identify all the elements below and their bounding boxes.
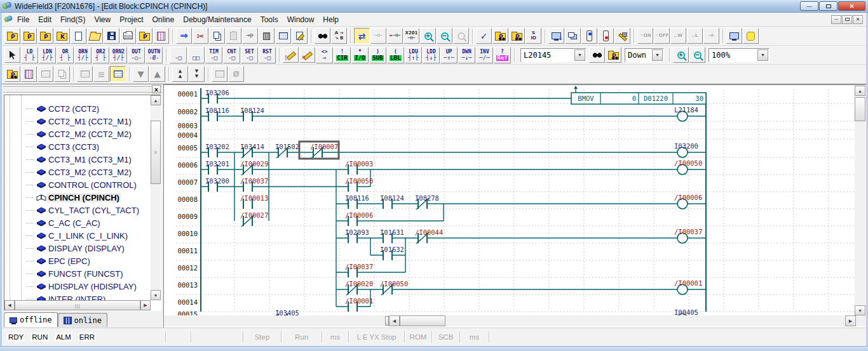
- rung-number[interactable]: 00008: [177, 195, 198, 203]
- tree-item-c_ac[interactable]: C_AC (C_AC): [26, 217, 102, 229]
- coil-label[interactable]: L21184: [674, 106, 698, 114]
- project-k-button[interactable]: K: [54, 28, 70, 44]
- maximize-button[interactable]: [819, 1, 837, 11]
- tree-item-cct2_m2[interactable]: CCT2_M2 (CCT2_M2): [26, 128, 133, 140]
- contact-label[interactable]: /I00050: [380, 280, 408, 288]
- cnt-button[interactable]: CNT-□: [223, 47, 240, 63]
- io-inst-button[interactable]: *I/O: [351, 47, 369, 63]
- set-button[interactable]: SET-□: [241, 47, 258, 63]
- close-project-button[interactable]: P: [37, 28, 53, 44]
- jump-to-button[interactable]: ⇒: [176, 28, 192, 44]
- chevron-down-icon[interactable]: ▼: [757, 50, 768, 61]
- x201-monitor-button[interactable]: X201 ⊣⊢: [403, 28, 419, 44]
- view-table-button[interactable]: [110, 66, 126, 82]
- contact-label[interactable]: /I00006: [345, 211, 373, 219]
- contact-label[interactable]: /I00007: [310, 143, 338, 150]
- device-module-button[interactable]: [153, 28, 169, 44]
- tree-horizontal-scrollbar[interactable]: ◀ ||| ▶: [4, 300, 151, 310]
- zoom-out-button[interactable]: −: [437, 28, 452, 44]
- contact-label[interactable]: /I00029: [240, 160, 268, 168]
- outn-button[interactable]: OUTN-Ø-: [146, 47, 163, 63]
- or-button[interactable]: OR┤ ├: [57, 47, 74, 63]
- close-button[interactable]: ✕: [838, 1, 865, 11]
- compare-program-button[interactable]: [565, 28, 581, 44]
- editor-hscroll-thumb[interactable]: [400, 315, 445, 326]
- replace-in-project-button[interactable]: P●●: [509, 28, 525, 44]
- tree-item-inter[interactable]: INTER (INTER): [26, 293, 107, 300]
- tree-vscroll-thumb[interactable]: ≡: [151, 121, 161, 184]
- menu-item-project[interactable]: Project: [115, 13, 147, 26]
- contact-label[interactable]: I03201: [205, 160, 229, 168]
- editor-vertical-scrollbar[interactable]: ▲ ▼: [855, 86, 865, 315]
- print-button[interactable]: [120, 28, 136, 44]
- tree-item-hdisplay[interactable]: HDISPLAY (HDISPLAY): [26, 281, 138, 293]
- tree-item-cyl_tact[interactable]: CYL_TACT (CYL_TACT): [26, 204, 140, 216]
- scroll-up-icon[interactable]: ▲: [151, 95, 161, 105]
- contact-label[interactable]: I03414: [240, 143, 264, 150]
- move-down-button[interactable]: ▼: [133, 66, 149, 82]
- coil-label[interactable]: /I00001: [674, 279, 702, 287]
- menu-item-help[interactable]: Help: [318, 13, 343, 26]
- rung-number[interactable]: 00001: [177, 90, 198, 98]
- contact-label[interactable]: /I00003: [345, 160, 373, 168]
- tree-vertical-scrollbar[interactable]: ▲ ≡ ▼: [151, 95, 161, 300]
- rung-number[interactable]: 00005: [177, 144, 198, 152]
- scroll-left-icon[interactable]: ◀: [389, 315, 400, 326]
- mdi-close-button[interactable]: ✕: [853, 15, 863, 24]
- combo-direction[interactable]: Down▼: [625, 48, 664, 62]
- move-bottom-button[interactable]: ▼ ▼: [189, 66, 205, 82]
- contact-label[interactable]: I02093: [345, 228, 369, 236]
- block-tree[interactable]: CCT2 (CCT2)CCT2_M1 (CCT2_M1)CCT2_M2 (CCT…: [4, 95, 151, 300]
- copy-button[interactable]: [209, 28, 225, 44]
- tree-item-cct2[interactable]: CCT2 (CCT2): [26, 103, 100, 115]
- rung-number[interactable]: 00004: [177, 131, 198, 139]
- find-in-project-button[interactable]: P●●: [492, 28, 508, 44]
- tim-button[interactable]: TIM-□: [205, 47, 222, 63]
- tab-online[interactable]: online: [58, 313, 107, 327]
- contact-label[interactable]: I08278: [415, 194, 439, 202]
- tree-item-cct3_m1[interactable]: CCT3_M1 (CCT3_M1): [26, 154, 133, 166]
- contact-label[interactable]: I08116: [205, 107, 229, 114]
- find-device-button[interactable]: [589, 47, 605, 63]
- zoom-out-2-button[interactable]: −: [689, 47, 705, 63]
- force-on-button[interactable]: ☞ON: [637, 28, 653, 44]
- open-project-button[interactable]: P: [21, 28, 37, 44]
- rung-number[interactable]: 00015: [177, 310, 198, 315]
- circuit-properties-button[interactable]: [292, 28, 308, 44]
- sidebar-grip[interactable]: [3, 86, 162, 93]
- tree-item-cpinch[interactable]: CPINCH (CPINCH): [26, 192, 121, 204]
- wire-pen-button[interactable]: ¦: [283, 47, 299, 63]
- view-circuit-button[interactable]: [77, 66, 93, 82]
- scroll-down-icon[interactable]: ▼: [151, 290, 161, 300]
- pointer-mode-button[interactable]: ⇄: [354, 28, 370, 44]
- contact-label[interactable]: I08124: [240, 107, 264, 114]
- bmov-operand[interactable]: D01220: [644, 95, 668, 102]
- contact-label[interactable]: /I00037: [240, 177, 268, 185]
- insert-cell-button[interactable]: →|⊦: [242, 28, 258, 44]
- replace-button[interactable]: A → ↘ B: [331, 28, 347, 44]
- compare-inst-button[interactable]: <>→: [316, 47, 333, 63]
- scroll-left-icon[interactable]: ◀: [4, 300, 15, 310]
- block-list-button[interactable]: [275, 28, 291, 44]
- menu-item-debug-maintenance[interactable]: Debug/Maintenance: [179, 13, 255, 26]
- ref-button[interactable]: ?Ref: [494, 47, 511, 63]
- zoom-area-button[interactable]: [453, 28, 469, 44]
- wire-erase-button[interactable]: ✕: [299, 47, 315, 63]
- contact-label[interactable]: I08124: [380, 194, 404, 202]
- contact-label[interactable]: /I00013: [240, 194, 268, 202]
- rung-number[interactable]: 00011: [177, 247, 198, 255]
- fit-window-button[interactable]: [212, 66, 227, 82]
- duplicate-block-button[interactable]: [54, 66, 70, 82]
- tree-item-cct3[interactable]: CCT3 (CCT3): [26, 141, 100, 153]
- rung-number[interactable]: 00006: [177, 161, 198, 169]
- find-device-project-button[interactable]: P●●: [606, 47, 621, 63]
- coil-label[interactable]: I00405: [674, 308, 698, 315]
- new-file-button[interactable]: [71, 28, 86, 44]
- rung-number[interactable]: 00014: [177, 298, 198, 306]
- tree-item-cct3_m2[interactable]: CCT3_M2 (CCT3_M2): [26, 166, 133, 178]
- bmov-operand[interactable]: 0: [632, 95, 636, 102]
- new-project-button[interactable]: P: [4, 28, 20, 44]
- continue-arrow-head[interactable]: [574, 86, 578, 89]
- open-file-button[interactable]: [87, 28, 103, 44]
- contact-label[interactable]: I01631: [380, 228, 404, 236]
